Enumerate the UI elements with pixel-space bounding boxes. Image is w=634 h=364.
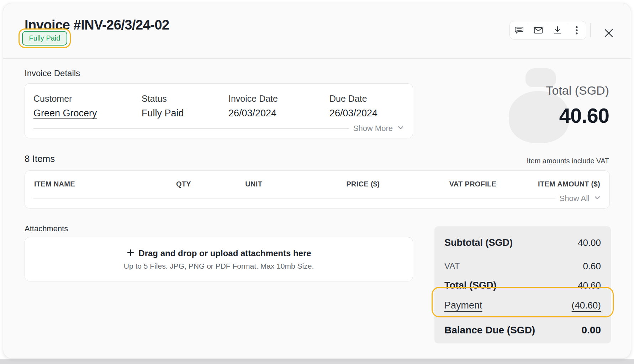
column-header-price: PRICE ($): [294, 180, 433, 188]
status-value: Fully Paid: [142, 108, 184, 119]
chevron-down-icon: [397, 125, 404, 132]
due-date-value: 26/03/2024: [329, 108, 377, 119]
column-header-unit: UNIT: [214, 180, 294, 188]
column-header-item-amount: ITEM AMOUNT ($): [513, 180, 600, 188]
show-more-rule: [33, 128, 349, 129]
show-all-label: Show All: [560, 194, 590, 203]
window-bottom-strip: [0, 359, 634, 364]
comment-icon: [514, 25, 524, 36]
invoice-date-field: Invoice Date 26/03/2024: [228, 94, 278, 119]
payment-link[interactable]: Payment: [444, 300, 482, 311]
invoice-actions-toolbar: [509, 21, 586, 39]
attachments-dropzone[interactable]: Drag and drop or upload attachments here…: [25, 237, 413, 281]
mail-icon: [533, 25, 544, 36]
column-header-vat-profile: VAT PROFILE: [433, 180, 513, 188]
total-row-label: Total (SGD): [444, 280, 496, 291]
balance-due-label: Balance Due (SGD): [444, 325, 535, 336]
total-label: Total (SGD): [546, 84, 609, 97]
status-badge-highlight-ring: Fully Paid: [19, 28, 71, 48]
items-table: ITEM NAME QTY UNIT PRICE ($) VAT PROFILE…: [25, 170, 610, 209]
close-button[interactable]: [600, 25, 617, 42]
items-table-header-row: ITEM NAME QTY UNIT PRICE ($) VAT PROFILE…: [25, 171, 609, 188]
due-date-field: Due Date 26/03/2024: [329, 94, 377, 119]
invoice-details-card: Customer Green Grocery Status Fully Paid…: [25, 83, 413, 138]
column-header-item-name: ITEM NAME: [34, 180, 153, 188]
customer-link[interactable]: Green Grocery: [33, 108, 97, 119]
payment-value-link[interactable]: (40.60): [572, 300, 601, 311]
due-date-label: Due Date: [329, 94, 377, 104]
vat-value: 0.60: [583, 261, 601, 272]
balance-due-row: Balance Due (SGD) 0.00: [444, 325, 601, 336]
download-button[interactable]: [548, 21, 567, 39]
vat-note: Item amounts include VAT: [527, 157, 609, 165]
customer-label: Customer: [33, 94, 97, 104]
total-row: Total (SGD) 40.60: [444, 280, 601, 291]
vat-row: VAT 0.60: [444, 260, 601, 272]
chevron-down-icon: [594, 195, 601, 202]
total-row-value: 40.60: [578, 280, 601, 291]
dropzone-title-row: Drag and drop or upload attachments here: [126, 248, 311, 258]
dropzone-title: Drag and drop or upload attachments here: [138, 248, 311, 258]
vat-label: VAT: [444, 261, 460, 271]
dropzone-subtitle: Up to 5 Files. JPG, PNG or PDF Format. M…: [124, 262, 314, 270]
comment-button[interactable]: [510, 21, 529, 39]
column-header-qty: QTY: [153, 180, 214, 188]
balance-due-value: 0.00: [582, 325, 601, 336]
items-section-title: 8 Items: [25, 153, 55, 164]
show-all-toggle[interactable]: Show All: [33, 194, 601, 203]
invoice-date-label: Invoice Date: [228, 94, 278, 104]
more-options-button[interactable]: [567, 21, 586, 39]
status-field: Status Fully Paid: [142, 94, 184, 119]
totals-summary-box: Subtotal (SGD) 40.00 VAT 0.60 Total (SGD…: [434, 226, 611, 343]
status-badge: Fully Paid: [22, 31, 68, 46]
attachments-section-title: Attachments: [25, 224, 68, 233]
kebab-menu-icon: [571, 25, 582, 36]
subtotal-value: 40.00: [578, 237, 601, 248]
show-all-rule: [33, 199, 555, 199]
close-icon: [603, 27, 615, 39]
subtotal-row: Subtotal (SGD) 40.00: [444, 237, 601, 248]
payment-row: Payment (40.60): [444, 300, 601, 311]
invoice-date-value: 26/03/2024: [228, 108, 278, 119]
customer-field: Customer Green Grocery: [33, 94, 97, 119]
plus-icon: [126, 248, 135, 258]
download-icon: [552, 25, 563, 36]
total-value: 40.60: [559, 104, 609, 127]
subtotal-label: Subtotal (SGD): [444, 237, 513, 248]
status-label: Status: [142, 94, 184, 104]
invoice-details-section-title: Invoice Details: [25, 68, 80, 78]
show-more-label: Show More: [353, 124, 393, 133]
header-divider: [590, 23, 591, 37]
invoice-detail-panel: Invoice #INV-26/3/24-02 Fully Paid: [3, 3, 631, 359]
show-more-toggle[interactable]: Show More: [33, 124, 404, 133]
email-button[interactable]: [529, 21, 548, 39]
header-rule: [3, 58, 631, 59]
